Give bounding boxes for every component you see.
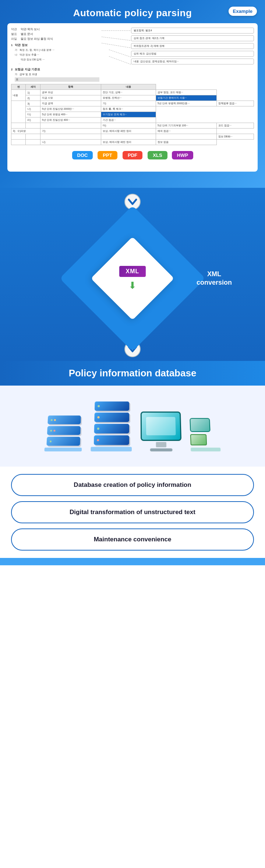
file-formats-container: DOC PPT PDF XLS bbox=[11, 151, 254, 168]
table-cell-empty9 bbox=[11, 140, 26, 145]
doc-dots1: ··· bbox=[18, 63, 99, 65]
svg-line-3 bbox=[109, 50, 131, 57]
table-cell-naeyong: 내용 bbox=[11, 90, 26, 101]
doc-val-yakgwan: 약관 목차 보시 bbox=[21, 28, 40, 31]
table-cell-empty1 bbox=[11, 123, 26, 129]
server-led-c1 bbox=[98, 405, 100, 407]
middle-section: XML ⬇ XMLconversion bbox=[0, 188, 265, 361]
server-unit-c3 bbox=[94, 424, 129, 433]
doc-label-file: 파일 bbox=[11, 37, 19, 41]
table-cell-check1: 정책범류 점검··· bbox=[217, 101, 254, 106]
top-section: Automatic policy parsing Example 약관 약관 목… bbox=[0, 0, 265, 188]
table-cell-gumbupasang: 금부 파상 bbox=[40, 90, 101, 95]
table-cell-2: 2) bbox=[26, 95, 40, 101]
table-cell-jeongboeommu: 정보 없음 bbox=[156, 140, 217, 145]
example-badge: Example bbox=[229, 7, 257, 16]
table-cell-ga: 가) bbox=[101, 101, 156, 106]
table-cell-check4: 코드 점검··· bbox=[217, 123, 254, 129]
server-led-3 bbox=[50, 429, 52, 431]
doc-val-file: 필요 정보 파싱 풀정 의식 bbox=[21, 37, 53, 41]
table-header-hangmok: 항목 bbox=[40, 84, 101, 90]
table-cell-na: 나) bbox=[26, 106, 40, 112]
server-rack-center bbox=[91, 401, 132, 451]
server-unit-1 bbox=[47, 415, 81, 424]
file-badge-doc: DOC bbox=[71, 151, 93, 168]
table-cell-5nyeon3: 5년 단위 유병성 400··· bbox=[40, 112, 101, 117]
doc-val-byeolpyo: 별표 문서 bbox=[21, 32, 33, 36]
table-header-beon: 번 bbox=[11, 84, 26, 90]
file-lines-ppt bbox=[96, 161, 119, 168]
small-device-1 bbox=[190, 418, 210, 432]
server-base-center bbox=[91, 447, 132, 451]
policy-db-section: Policy information database bbox=[0, 361, 265, 565]
policy-table: 번 세더 항목 내용 내용 1) 금부 파상 전단 가요, 상해··· 금부 명… bbox=[11, 84, 254, 145]
table-cell-empty4 bbox=[11, 134, 26, 140]
server-led-c3 bbox=[97, 428, 99, 430]
server-led-5 bbox=[50, 440, 52, 442]
server-led-c4 bbox=[97, 439, 99, 441]
monitor-stand bbox=[156, 442, 167, 447]
doc-preview: 약관 약관 목차 보시 별표 별표 문서 파일 필요 정보 파싱 풀정 의식 1… bbox=[7, 23, 258, 172]
server-led-4 bbox=[53, 429, 55, 431]
file-lines-pdf bbox=[121, 161, 144, 168]
file-badge-hwp: HWP bbox=[172, 151, 194, 168]
callout-sangwi1: 상위 참조 관계: 제2조.가목 bbox=[131, 35, 254, 41]
server-base-left bbox=[44, 448, 82, 451]
callout-byeolpyo: 별표항목: 별표4 bbox=[131, 28, 254, 34]
file-badge-ppt: PPT bbox=[96, 151, 119, 168]
info-card-1: Database creation of policy information bbox=[11, 474, 254, 496]
table-cell-5nyeon2: 5년 단위 진일산당 2000만··· bbox=[40, 106, 101, 112]
page-title: Automatic policy parsing bbox=[7, 7, 258, 19]
table-cell-check2: 참조 룰, 룩 체크··· bbox=[101, 106, 156, 112]
callout-hawuijomjo: 하위참조관계: 2) 재해 장해 bbox=[131, 43, 254, 49]
table-cell-empty5 bbox=[26, 134, 40, 140]
table-cell-jigeumgaek-label: 지급 금액 bbox=[40, 101, 101, 106]
table-cell-yubyeong: 유병명, 진력선··· bbox=[101, 95, 156, 101]
small-device-base bbox=[191, 448, 221, 451]
file-label-doc: DOC bbox=[72, 151, 93, 159]
table-cell-ga2: 가) bbox=[40, 129, 101, 134]
table-cell-5nyeon5: 5년 단위 기기의부분 100··· bbox=[156, 123, 217, 129]
file-lines-hwp bbox=[172, 161, 194, 168]
file-lines-doc bbox=[71, 161, 93, 168]
monitor-base bbox=[150, 449, 173, 451]
diamond-wrapper: XML ⬇ XMLconversion bbox=[70, 216, 195, 341]
info-card-3-text: Maintenance convenience bbox=[94, 536, 172, 543]
doc-label-yakgwan: 약관 bbox=[11, 28, 19, 31]
table-cell-ma: 마) bbox=[101, 123, 156, 129]
file-lines-xls bbox=[146, 161, 169, 168]
xml-download-icon: ⬇ bbox=[128, 280, 137, 291]
svg-line-4 bbox=[109, 56, 131, 64]
file-label-hwp: HWP bbox=[172, 151, 193, 159]
table-cell-empty10 bbox=[26, 140, 40, 145]
table-header-naeyong: 내용 bbox=[101, 84, 156, 90]
file-badge-pdf: PDF bbox=[121, 151, 144, 168]
callout-sangwi2: 상위 체크: 감산정법 bbox=[131, 51, 254, 57]
table-cell-5nyeon4: 5년 단위 진일산성 400··· bbox=[40, 117, 101, 123]
table-cell-yeicheck: 예외 점검··· bbox=[156, 129, 217, 134]
doc-label-byeolpyo: 별표 bbox=[11, 32, 19, 36]
info-cards-container: Database creation of policy information … bbox=[0, 467, 265, 558]
table-cell-jigeumgaek bbox=[11, 101, 26, 123]
monitor-group bbox=[141, 411, 182, 451]
table-cell-jundangasang: 전단 가요, 상해··· bbox=[101, 90, 156, 95]
table-cell-bosang2: 보상, 예외사항 패턴 정리 bbox=[101, 140, 156, 145]
illustration-area bbox=[0, 386, 265, 467]
diamond-content: XML ⬇ bbox=[119, 266, 146, 291]
server-unit-c4 bbox=[93, 435, 129, 445]
monitor-display bbox=[146, 417, 176, 435]
table-cell-empty6 bbox=[40, 134, 101, 140]
info-card-2-text: Digital transformation of unstructured t… bbox=[70, 509, 195, 516]
table-cell-1: 1) bbox=[26, 90, 40, 95]
table-cell-gumbupasang-code: 금부 명칭, 코드 매핑··· bbox=[156, 90, 217, 95]
server-led-1 bbox=[51, 419, 53, 421]
server-unit-c1 bbox=[94, 401, 129, 411]
table-cell-empty2 bbox=[26, 123, 40, 129]
table-cell-empty8 bbox=[156, 134, 217, 140]
doc-section2: 2 보험금 지급 기준표 bbox=[11, 68, 99, 71]
file-label-ppt: PPT bbox=[98, 151, 117, 159]
policy-db-title: Policy information database bbox=[0, 361, 265, 386]
file-label-pdf: PDF bbox=[123, 151, 142, 159]
xml-badge: XML bbox=[119, 266, 146, 277]
server-unit-3 bbox=[46, 437, 80, 446]
